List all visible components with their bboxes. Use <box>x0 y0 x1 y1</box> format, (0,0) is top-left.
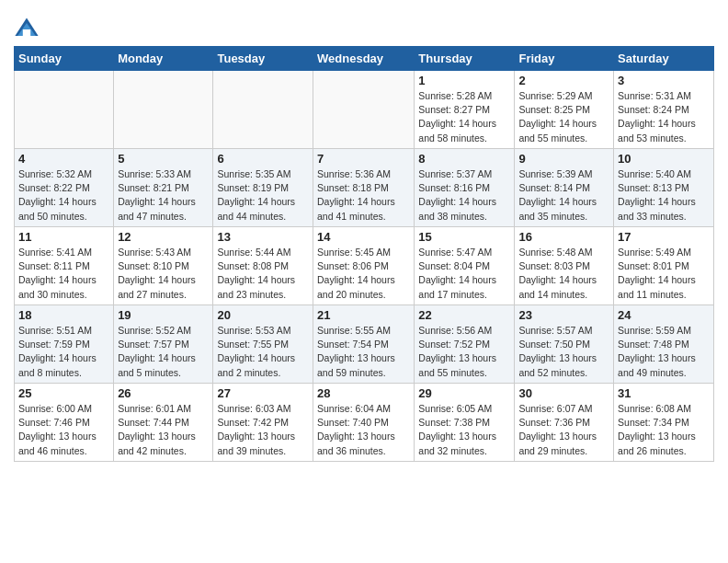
calendar-cell: 27Sunrise: 6:03 AM Sunset: 7:42 PM Dayli… <box>213 384 313 462</box>
day-info: Sunrise: 5:32 AM Sunset: 8:22 PM Dayligh… <box>18 167 109 224</box>
day-number: 3 <box>618 74 710 87</box>
calendar-week-row: 18Sunrise: 5:51 AM Sunset: 7:59 PM Dayli… <box>15 305 714 384</box>
weekday-header-monday: Monday <box>114 47 213 71</box>
day-number: 25 <box>18 386 109 400</box>
day-info: Sunrise: 6:07 AM Sunset: 7:36 PM Dayligh… <box>518 402 609 458</box>
day-number: 23 <box>518 308 609 322</box>
calendar-cell: 15Sunrise: 5:47 AM Sunset: 8:04 PM Dayli… <box>415 227 515 305</box>
calendar-cell: 28Sunrise: 6:04 AM Sunset: 7:40 PM Dayli… <box>313 384 415 462</box>
day-info: Sunrise: 5:44 AM Sunset: 8:08 PM Dayligh… <box>217 246 309 302</box>
day-number: 6 <box>217 152 309 166</box>
day-number: 20 <box>217 308 309 322</box>
calendar-cell: 21Sunrise: 5:55 AM Sunset: 7:54 PM Dayli… <box>313 305 415 384</box>
day-info: Sunrise: 5:28 AM Sunset: 8:27 PM Dayligh… <box>418 89 510 145</box>
day-info: Sunrise: 5:36 AM Sunset: 8:18 PM Dayligh… <box>317 167 410 224</box>
calendar-cell: 2Sunrise: 5:29 AM Sunset: 8:25 PM Daylig… <box>515 71 614 149</box>
calendar-cell: 5Sunrise: 5:33 AM Sunset: 8:21 PM Daylig… <box>114 149 213 227</box>
calendar-week-row: 11Sunrise: 5:41 AM Sunset: 8:11 PM Dayli… <box>15 227 714 305</box>
calendar-cell: 10Sunrise: 5:40 AM Sunset: 8:13 PM Dayli… <box>614 149 714 227</box>
day-number: 9 <box>518 152 609 166</box>
svg-rect-2 <box>23 29 30 36</box>
day-info: Sunrise: 5:56 AM Sunset: 7:52 PM Dayligh… <box>418 324 510 380</box>
calendar-header: SundayMondayTuesdayWednesdayThursdayFrid… <box>15 47 714 71</box>
calendar-table: SundayMondayTuesdayWednesdayThursdayFrid… <box>14 46 714 462</box>
day-info: Sunrise: 5:41 AM Sunset: 8:11 PM Dayligh… <box>18 246 109 302</box>
day-number: 22 <box>418 308 510 322</box>
day-info: Sunrise: 5:48 AM Sunset: 8:03 PM Dayligh… <box>518 246 609 302</box>
day-info: Sunrise: 5:35 AM Sunset: 8:19 PM Dayligh… <box>217 167 309 224</box>
calendar-cell: 14Sunrise: 5:45 AM Sunset: 8:06 PM Dayli… <box>313 227 415 305</box>
day-info: Sunrise: 6:01 AM Sunset: 7:44 PM Dayligh… <box>118 402 209 458</box>
day-number: 13 <box>217 230 309 244</box>
day-number: 27 <box>217 386 309 400</box>
day-info: Sunrise: 6:04 AM Sunset: 7:40 PM Dayligh… <box>317 402 410 458</box>
day-number: 17 <box>618 230 710 244</box>
day-info: Sunrise: 5:49 AM Sunset: 8:01 PM Dayligh… <box>618 246 710 302</box>
calendar-cell: 22Sunrise: 5:56 AM Sunset: 7:52 PM Dayli… <box>415 305 515 384</box>
calendar-cell: 1Sunrise: 5:28 AM Sunset: 8:27 PM Daylig… <box>415 71 515 149</box>
day-number: 29 <box>418 386 510 400</box>
day-info: Sunrise: 5:53 AM Sunset: 7:55 PM Dayligh… <box>217 324 309 380</box>
calendar-cell: 12Sunrise: 5:43 AM Sunset: 8:10 PM Dayli… <box>114 227 213 305</box>
day-info: Sunrise: 5:51 AM Sunset: 7:59 PM Dayligh… <box>18 324 109 380</box>
calendar-cell <box>313 71 415 149</box>
day-number: 12 <box>118 230 209 244</box>
calendar-week-row: 1Sunrise: 5:28 AM Sunset: 8:27 PM Daylig… <box>15 71 714 149</box>
calendar-cell: 13Sunrise: 5:44 AM Sunset: 8:08 PM Dayli… <box>213 227 313 305</box>
day-info: Sunrise: 5:40 AM Sunset: 8:13 PM Dayligh… <box>618 167 710 224</box>
day-number: 1 <box>418 74 510 87</box>
day-number: 19 <box>118 308 209 322</box>
day-info: Sunrise: 6:00 AM Sunset: 7:46 PM Dayligh… <box>18 402 109 458</box>
day-number: 31 <box>618 386 710 400</box>
calendar-cell <box>15 71 114 149</box>
weekday-header-wednesday: Wednesday <box>313 47 415 71</box>
day-number: 5 <box>118 152 209 166</box>
weekday-header-friday: Friday <box>515 47 614 71</box>
day-info: Sunrise: 5:55 AM Sunset: 7:54 PM Dayligh… <box>317 324 410 380</box>
calendar-cell: 24Sunrise: 5:59 AM Sunset: 7:48 PM Dayli… <box>614 305 714 384</box>
calendar-cell: 11Sunrise: 5:41 AM Sunset: 8:11 PM Dayli… <box>15 227 114 305</box>
day-info: Sunrise: 5:37 AM Sunset: 8:16 PM Dayligh… <box>418 167 510 224</box>
calendar-cell: 9Sunrise: 5:39 AM Sunset: 8:14 PM Daylig… <box>515 149 614 227</box>
weekday-header-tuesday: Tuesday <box>213 47 313 71</box>
calendar-cell: 31Sunrise: 6:08 AM Sunset: 7:34 PM Dayli… <box>614 384 714 462</box>
day-number: 21 <box>317 308 410 322</box>
calendar-cell <box>114 71 213 149</box>
day-info: Sunrise: 6:08 AM Sunset: 7:34 PM Dayligh… <box>618 402 710 458</box>
day-number: 2 <box>518 74 609 87</box>
calendar-cell <box>213 71 313 149</box>
day-info: Sunrise: 5:59 AM Sunset: 7:48 PM Dayligh… <box>618 324 710 380</box>
day-number: 18 <box>18 308 109 322</box>
day-number: 10 <box>618 152 710 166</box>
weekday-header-row: SundayMondayTuesdayWednesdayThursdayFrid… <box>15 47 714 71</box>
day-number: 26 <box>118 386 209 400</box>
calendar-week-row: 25Sunrise: 6:00 AM Sunset: 7:46 PM Dayli… <box>15 384 714 462</box>
day-number: 24 <box>618 308 710 322</box>
day-number: 4 <box>18 152 109 166</box>
calendar-cell: 6Sunrise: 5:35 AM Sunset: 8:19 PM Daylig… <box>213 149 313 227</box>
day-number: 7 <box>317 152 410 166</box>
day-info: Sunrise: 5:57 AM Sunset: 7:50 PM Dayligh… <box>518 324 609 380</box>
day-info: Sunrise: 5:43 AM Sunset: 8:10 PM Dayligh… <box>118 246 209 302</box>
calendar-cell: 30Sunrise: 6:07 AM Sunset: 7:36 PM Dayli… <box>515 384 614 462</box>
day-number: 28 <box>317 386 410 400</box>
day-number: 8 <box>418 152 510 166</box>
day-info: Sunrise: 6:05 AM Sunset: 7:38 PM Dayligh… <box>418 402 510 458</box>
calendar-cell: 3Sunrise: 5:31 AM Sunset: 8:24 PM Daylig… <box>614 71 714 149</box>
day-number: 15 <box>418 230 510 244</box>
calendar-week-row: 4Sunrise: 5:32 AM Sunset: 8:22 PM Daylig… <box>15 149 714 227</box>
day-number: 11 <box>18 230 109 244</box>
day-info: Sunrise: 5:31 AM Sunset: 8:24 PM Dayligh… <box>618 89 710 145</box>
day-info: Sunrise: 5:29 AM Sunset: 8:25 PM Dayligh… <box>518 89 609 145</box>
calendar-cell: 4Sunrise: 5:32 AM Sunset: 8:22 PM Daylig… <box>15 149 114 227</box>
day-info: Sunrise: 5:33 AM Sunset: 8:21 PM Dayligh… <box>118 167 209 224</box>
calendar-cell: 18Sunrise: 5:51 AM Sunset: 7:59 PM Dayli… <box>15 305 114 384</box>
day-info: Sunrise: 5:39 AM Sunset: 8:14 PM Dayligh… <box>518 167 609 224</box>
weekday-header-sunday: Sunday <box>15 47 114 71</box>
day-info: Sunrise: 5:45 AM Sunset: 8:06 PM Dayligh… <box>317 246 410 302</box>
calendar-cell: 8Sunrise: 5:37 AM Sunset: 8:16 PM Daylig… <box>415 149 515 227</box>
day-info: Sunrise: 5:47 AM Sunset: 8:04 PM Dayligh… <box>418 246 510 302</box>
calendar-cell: 29Sunrise: 6:05 AM Sunset: 7:38 PM Dayli… <box>415 384 515 462</box>
calendar-cell: 7Sunrise: 5:36 AM Sunset: 8:18 PM Daylig… <box>313 149 415 227</box>
page-header <box>14 9 714 42</box>
